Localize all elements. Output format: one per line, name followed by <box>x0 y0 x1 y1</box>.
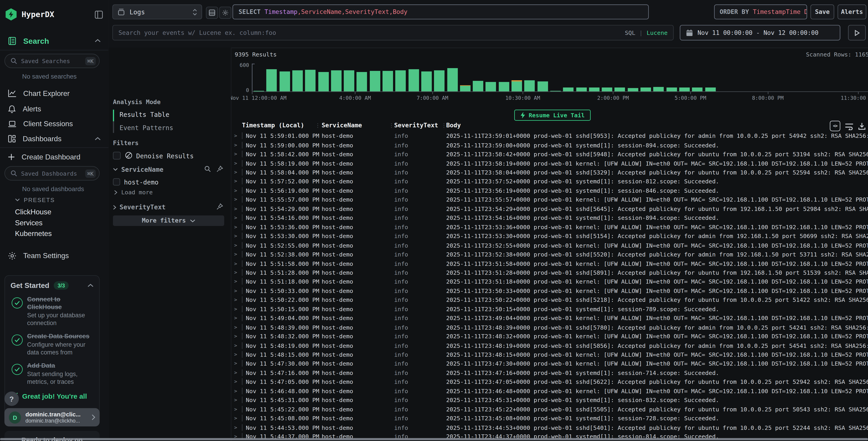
histogram-bar[interactable] <box>550 90 561 91</box>
table-row[interactable]: > Nov 11 5:51:58.000 PM host-demo info 2… <box>231 259 868 268</box>
expand-row-icon[interactable]: > <box>231 324 242 330</box>
table-row[interactable]: > Nov 11 5:55:57.000 PM host-demo info 2… <box>231 195 868 204</box>
histogram-bar[interactable] <box>460 86 470 91</box>
expand-row-icon[interactable]: > <box>231 306 242 312</box>
expand-row-icon[interactable]: > <box>231 242 242 248</box>
saved-searches-input[interactable]: Saved Searches ⌘K <box>4 54 99 68</box>
mode-event-patterns[interactable]: Event Patterns <box>120 124 173 132</box>
help-button[interactable]: ? <box>4 391 19 406</box>
table-row[interactable]: > Nov 11 5:48:39.000 PM host-demo info 2… <box>231 323 868 332</box>
table-row[interactable]: > Nov 11 5:53:30.000 PM host-demo info 2… <box>231 231 868 240</box>
pin-icon[interactable] <box>217 166 223 172</box>
expand-row-icon[interactable]: > <box>231 270 242 275</box>
table-row[interactable]: > Nov 11 5:47:05.000 PM host-demo info 2… <box>231 377 868 386</box>
expand-row-icon[interactable]: > <box>231 170 242 175</box>
histogram-bar[interactable] <box>267 69 277 91</box>
preset-item[interactable]: Services <box>15 218 42 227</box>
histogram-bar[interactable] <box>602 88 612 91</box>
expand-row-icon[interactable]: > <box>231 379 242 384</box>
histogram-bar[interactable] <box>666 87 677 92</box>
table-row[interactable]: > Nov 11 5:48:19.000 PM host-demo info 2… <box>231 341 868 350</box>
histogram-bar[interactable] <box>615 88 625 91</box>
expand-row-icon[interactable]: > <box>231 261 242 266</box>
histogram-bar[interactable] <box>421 71 432 92</box>
expand-row-icon[interactable]: > <box>231 343 242 348</box>
table-row[interactable]: > Nov 11 5:51:28.000 PM host-demo info 2… <box>231 268 868 277</box>
histogram-bar[interactable] <box>563 87 574 91</box>
sidebar-item-client-sessions[interactable]: Client Sessions <box>0 117 108 130</box>
histogram-bar[interactable] <box>705 88 715 91</box>
expand-row-icon[interactable]: > <box>231 288 242 293</box>
table-row[interactable]: > Nov 11 5:59:01.000 PM host-demo info 2… <box>231 131 868 140</box>
run-query-button[interactable] <box>848 25 866 40</box>
histogram-bar[interactable] <box>292 70 303 91</box>
expand-row-icon[interactable]: > <box>231 397 242 403</box>
expand-row-icon[interactable]: > <box>231 215 242 220</box>
expand-row-icon[interactable]: > <box>231 151 242 157</box>
table-row[interactable]: > Nov 11 5:52:38.000 PM host-demo info 2… <box>231 249 868 259</box>
view-source-icon[interactable]: <> <box>830 121 840 131</box>
table-row[interactable]: > Nov 11 5:53:36.000 PM host-demo info 2… <box>231 222 868 231</box>
histogram-bar[interactable] <box>576 87 587 91</box>
order-by-input[interactable]: ORDER BY TimestampTime DESC <box>714 4 807 19</box>
histogram-bar[interactable] <box>627 88 638 92</box>
column-header-servicename[interactable]: ServiceName <box>321 122 362 129</box>
expand-row-icon[interactable]: > <box>231 406 242 412</box>
chevron-up-icon[interactable] <box>87 284 94 288</box>
table-row[interactable]: > Nov 11 5:58:04.000 PM host-demo info 2… <box>231 168 868 177</box>
expand-row-icon[interactable]: > <box>231 142 242 148</box>
table-row[interactable]: > Nov 11 5:45:31.000 PM host-demo info 2… <box>231 395 868 405</box>
expand-row-icon[interactable]: > <box>231 133 242 139</box>
expand-row-icon[interactable]: > <box>231 252 242 257</box>
servicename-host-demo-checkbox[interactable] <box>113 178 120 186</box>
filter-group-severitytext[interactable]: SeverityText <box>113 203 165 211</box>
expand-row-icon[interactable]: > <box>231 315 242 321</box>
table-row[interactable]: > Nov 11 5:56:19.000 PM host-demo info 2… <box>231 186 868 195</box>
create-dashboard-button[interactable]: Create Dashboard <box>0 151 108 163</box>
save-button[interactable]: Save <box>810 4 834 19</box>
denoise-checkbox[interactable] <box>113 152 121 159</box>
table-row[interactable]: > Nov 11 5:48:32.000 PM host-demo info 2… <box>231 332 868 341</box>
histogram-bar[interactable] <box>344 70 354 91</box>
sidebar-item-chart-explorer[interactable]: Chart Explorer <box>0 87 108 100</box>
expand-row-icon[interactable]: > <box>231 206 242 211</box>
table-row[interactable]: > Nov 11 5:51:18.000 PM host-demo info 2… <box>231 277 868 286</box>
saved-dashboards-input[interactable]: Saved Dashboards ⌘K <box>4 166 99 180</box>
table-row[interactable]: > Nov 11 5:58:42.000 PM host-demo info 2… <box>231 149 868 158</box>
expand-row-icon[interactable]: > <box>231 370 242 375</box>
sidebar-item-team-settings[interactable]: Team Settings <box>0 249 108 262</box>
expand-row-icon[interactable]: > <box>231 233 242 239</box>
expand-row-icon[interactable]: > <box>231 424 242 430</box>
table-row[interactable]: > Nov 11 5:44:53.000 PM host-demo info 2… <box>231 423 868 432</box>
histogram-bar[interactable] <box>408 69 419 91</box>
expand-row-icon[interactable]: > <box>231 197 242 202</box>
table-row[interactable]: > Nov 11 5:45:22.000 PM host-demo info 2… <box>231 405 868 414</box>
preset-item[interactable]: ClickHouse <box>15 208 52 216</box>
table-row[interactable]: > Nov 11 5:59:00.000 PM host-demo info 2… <box>231 140 868 149</box>
histogram-bar[interactable] <box>486 82 496 91</box>
expand-row-icon[interactable]: > <box>231 179 242 184</box>
column-header-body[interactable]: Body <box>446 122 461 129</box>
table-row[interactable]: > Nov 11 5:58:19.000 PM host-demo info 2… <box>231 158 868 168</box>
histogram-bar[interactable] <box>537 81 548 91</box>
table-row[interactable]: > Nov 11 5:50:15.000 PM host-demo info 2… <box>231 304 868 314</box>
table-row[interactable]: > Nov 11 5:49:04.000 PM host-demo info 2… <box>231 314 868 323</box>
histogram-bar[interactable] <box>679 87 690 91</box>
table-row[interactable]: > Nov 11 5:48:15.000 PM host-demo info 2… <box>231 350 868 359</box>
source-settings-icon-button[interactable] <box>219 7 231 19</box>
more-filters-button[interactable]: More filters <box>113 215 224 226</box>
histogram-bar[interactable] <box>434 70 444 91</box>
get-started-item[interactable]: Add Data Start sending logs, metrics, or… <box>10 362 94 385</box>
filter-group-servicename[interactable]: ServiceName <box>113 166 163 173</box>
histogram-bar[interactable] <box>653 87 664 91</box>
language-toggle-sql[interactable]: SQL <box>625 29 635 36</box>
histogram-bar[interactable] <box>499 82 509 91</box>
table-row[interactable]: > Nov 11 5:50:22.000 PM host-demo info 2… <box>231 295 868 304</box>
get-started-item[interactable]: Connect to ClickHouse Set up your databa… <box>10 295 94 327</box>
histogram-bar[interactable] <box>396 70 406 91</box>
histogram-bar[interactable] <box>253 90 264 91</box>
histogram-bar[interactable] <box>331 70 341 91</box>
horizontal-scrollbar[interactable] <box>0 438 868 440</box>
source-select[interactable]: Logs <box>113 4 202 19</box>
histogram-bar-warning[interactable] <box>460 85 470 86</box>
